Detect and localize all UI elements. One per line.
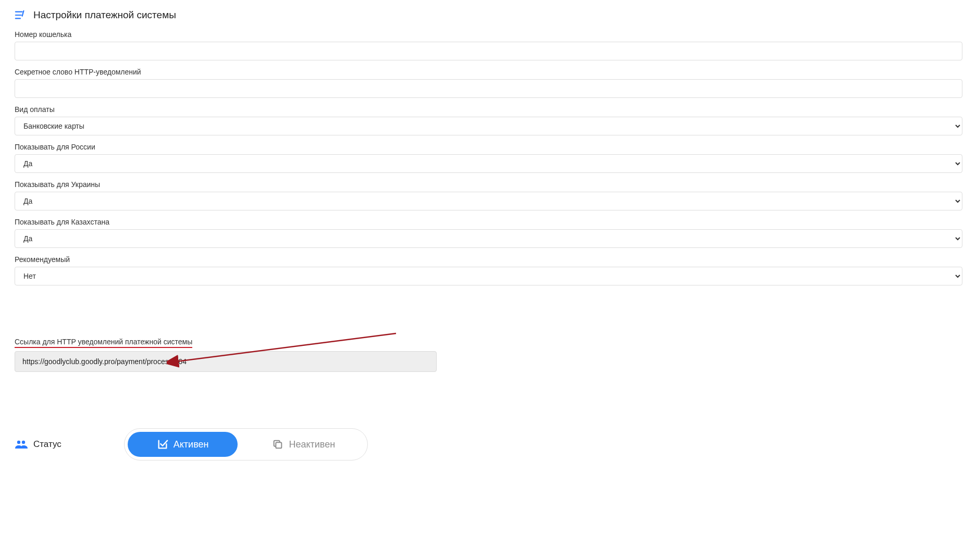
section-title: Настройки платежной системы bbox=[33, 9, 176, 21]
status-active-label: Активен bbox=[174, 439, 209, 450]
field-show-ukraine: Показывать для Украины Да bbox=[15, 180, 962, 210]
notify-url-text: https://goodlyclub.goodly.pro/payment/pr… bbox=[22, 357, 187, 366]
status-section: Статус Активен Неакт bbox=[0, 409, 977, 471]
notify-url-label: Ссылка для HTTP уведомлений платежной си… bbox=[15, 338, 192, 348]
field-label: Рекомендуемый bbox=[15, 255, 962, 264]
recommended-select[interactable]: Нет bbox=[15, 267, 962, 285]
field-label: Номер кошелька bbox=[15, 30, 962, 39]
show-kazakhstan-select[interactable]: Да bbox=[15, 229, 962, 248]
svg-point-5 bbox=[22, 441, 25, 444]
section-header: Настройки платежной системы bbox=[15, 9, 962, 21]
status-inactive-label: Неактивен bbox=[289, 439, 335, 450]
field-show-russia: Показывать для России Да bbox=[15, 143, 962, 173]
field-show-kazakhstan: Показывать для Казахстана Да bbox=[15, 218, 962, 248]
svg-rect-6 bbox=[276, 442, 282, 448]
field-secret-word: Секретное слово HTTP-уведомлений bbox=[15, 68, 962, 98]
field-label: Показывать для России bbox=[15, 143, 962, 151]
check-icon bbox=[157, 439, 168, 450]
copy-icon bbox=[272, 439, 283, 450]
notify-url-value[interactable]: https://goodlyclub.goodly.pro/payment/pr… bbox=[15, 351, 437, 372]
payment-type-select[interactable]: Банковские карты bbox=[15, 117, 962, 135]
status-active-button[interactable]: Активен bbox=[128, 432, 238, 457]
status-toggle: Активен Неактивен bbox=[124, 428, 368, 461]
field-label: Показывать для Казахстана bbox=[15, 218, 962, 226]
field-label: Показывать для Украины bbox=[15, 180, 962, 189]
settings-list-icon bbox=[15, 9, 26, 21]
status-heading: Статус bbox=[15, 439, 61, 450]
show-russia-select[interactable]: Да bbox=[15, 154, 962, 173]
payment-settings-section: Настройки платежной системы Номер кошель… bbox=[0, 0, 977, 299]
wallet-number-input[interactable] bbox=[15, 42, 962, 60]
secret-word-input[interactable] bbox=[15, 79, 962, 98]
status-label: Статус bbox=[33, 439, 61, 450]
field-wallet-number: Номер кошелька bbox=[15, 30, 962, 60]
svg-point-4 bbox=[17, 441, 20, 444]
status-inactive-button[interactable]: Неактивен bbox=[243, 432, 364, 457]
group-icon bbox=[15, 439, 28, 450]
field-label: Секретное слово HTTP-уведомлений bbox=[15, 68, 962, 76]
field-recommended: Рекомендуемый Нет bbox=[15, 255, 962, 285]
show-ukraine-select[interactable]: Да bbox=[15, 192, 962, 210]
field-payment-type: Вид оплаты Банковские карты bbox=[15, 105, 962, 135]
http-notify-section: Ссылка для HTTP уведомлений платежной си… bbox=[0, 329, 977, 389]
field-label: Вид оплаты bbox=[15, 105, 962, 114]
